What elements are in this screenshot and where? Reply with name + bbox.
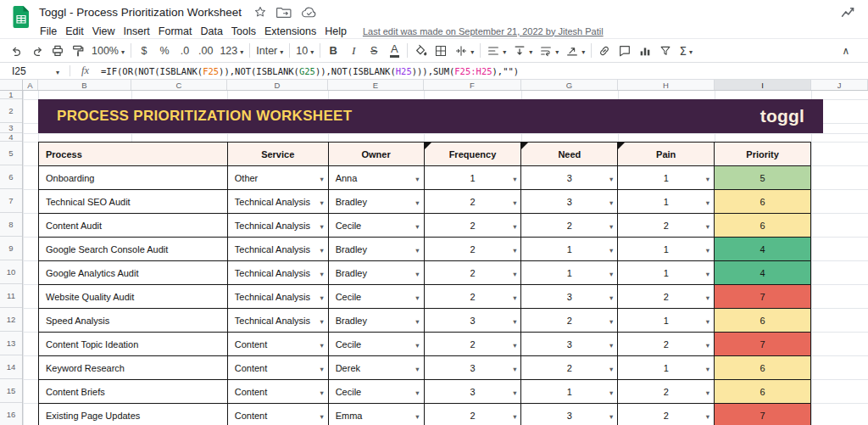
cell-service[interactable]: Content (228, 404, 329, 425)
dropdown-caret-icon[interactable] (320, 244, 323, 254)
strikethrough-button[interactable]: S (364, 41, 384, 60)
create-filter-button[interactable] (655, 41, 676, 60)
dropdown-caret-icon[interactable] (706, 268, 709, 278)
cell-priority[interactable]: 5 (715, 166, 811, 190)
cell-owner[interactable]: Bradley (329, 309, 425, 333)
dropdown-caret-icon[interactable] (609, 316, 613, 326)
cell-need[interactable]: 1 (521, 238, 618, 261)
cell-need[interactable]: 3 (521, 404, 618, 425)
column-header-E[interactable]: E (328, 80, 424, 90)
column-header-A[interactable]: A (23, 80, 38, 90)
cell-pain[interactable]: 1 (618, 309, 715, 333)
dropdown-caret-icon[interactable] (609, 339, 613, 350)
row-header-8[interactable]: 8 (0, 213, 22, 237)
cell-pain[interactable]: 2 (618, 380, 715, 404)
dropdown-caret-icon[interactable] (320, 221, 323, 231)
row-header-2[interactable]: 2 (0, 99, 22, 123)
name-box[interactable]: I25 (0, 65, 64, 77)
cell-need[interactable]: 1 (521, 261, 618, 285)
menu-file[interactable]: File (36, 25, 61, 37)
undo-button[interactable] (7, 41, 27, 60)
zoom-select[interactable]: 100% (88, 41, 128, 60)
header-priority[interactable]: Priority (715, 143, 811, 166)
column-header-F[interactable]: F (424, 80, 521, 90)
cell-frequency[interactable]: 1 (425, 166, 522, 190)
cell-pain[interactable]: 2 (618, 404, 715, 425)
cell-process[interactable]: Content Topic Ideation (39, 333, 228, 356)
last-edit-link[interactable]: Last edit was made on September 21, 2022… (363, 26, 604, 36)
dropdown-caret-icon[interactable] (415, 221, 419, 231)
dropdown-caret-icon[interactable] (320, 411, 323, 421)
dropdown-caret-icon[interactable] (415, 339, 419, 350)
cell-frequency[interactable]: 2 (425, 261, 522, 285)
row-header-7[interactable]: 7 (0, 189, 22, 213)
cell-pain[interactable]: 1 (618, 261, 715, 285)
fill-color-button[interactable] (410, 41, 431, 60)
banner-cell[interactable]: PROCESS PRIORITIZATION WORKSHEET toggl (38, 99, 823, 133)
name-box-caret-icon[interactable] (56, 65, 59, 77)
cell-process[interactable]: Content Audit (39, 214, 228, 238)
dropdown-caret-icon[interactable] (513, 316, 516, 326)
dropdown-caret-icon[interactable] (609, 363, 613, 373)
dropdown-caret-icon[interactable] (320, 339, 323, 350)
dropdown-caret-icon[interactable] (609, 292, 613, 302)
dropdown-caret-icon[interactable] (706, 316, 709, 326)
vertical-align-button[interactable] (509, 41, 536, 60)
dropdown-caret-icon[interactable] (609, 244, 613, 254)
move-folder-icon[interactable] (276, 6, 292, 19)
star-icon[interactable] (253, 5, 267, 19)
dropdown-caret-icon[interactable] (609, 268, 613, 278)
dropdown-caret-icon[interactable] (513, 173, 516, 183)
menu-data[interactable]: Data (196, 25, 226, 37)
dropdown-caret-icon[interactable] (706, 221, 709, 231)
cell-pain[interactable]: 1 (618, 190, 715, 214)
hide-toolbar-button[interactable]: ∧ (836, 41, 856, 60)
cell-frequency[interactable]: 3 (425, 356, 522, 380)
dropdown-caret-icon[interactable] (415, 173, 419, 183)
google-sheets-logo-icon[interactable] (13, 6, 30, 28)
dropdown-caret-icon[interactable] (513, 268, 516, 278)
column-header-B[interactable]: B (38, 80, 131, 90)
cell-process[interactable]: Website Quality Audit (39, 285, 228, 309)
row-header-11[interactable]: 11 (0, 284, 22, 308)
cell-process[interactable]: Google Search Console Audit (39, 238, 228, 261)
text-color-button[interactable]: A (384, 41, 404, 60)
row-header-14[interactable]: 14 (0, 355, 22, 379)
cell-service[interactable]: Technical Analysis (228, 214, 329, 238)
cell-priority[interactable]: 6 (715, 309, 811, 333)
dropdown-caret-icon[interactable] (415, 197, 419, 207)
cell-service[interactable]: Content (228, 333, 329, 356)
column-header-I[interactable]: I (715, 80, 811, 90)
row-header-10[interactable]: 10 (0, 260, 22, 284)
dropdown-caret-icon[interactable] (415, 411, 419, 421)
cell-process[interactable]: Onboarding (39, 166, 228, 190)
font-select[interactable]: Inter (253, 41, 287, 60)
dropdown-caret-icon[interactable] (415, 387, 419, 397)
dropdown-caret-icon[interactable] (415, 316, 419, 326)
line-chart-icon[interactable] (840, 4, 856, 20)
cell-need[interactable]: 2 (521, 214, 618, 238)
italic-button[interactable]: I (343, 41, 364, 60)
dropdown-caret-icon[interactable] (706, 197, 709, 207)
paint-format-button[interactable] (68, 41, 88, 60)
decrease-decimal-places-button[interactable]: .0 (175, 41, 195, 60)
horizontal-align-button[interactable] (483, 41, 509, 60)
dropdown-caret-icon[interactable] (513, 244, 516, 254)
cell-process[interactable]: Speed Analysis (39, 309, 228, 333)
borders-button[interactable] (431, 41, 451, 60)
column-header-D[interactable]: D (227, 80, 328, 90)
cell-service[interactable]: Technical Analysis (228, 238, 329, 261)
dropdown-caret-icon[interactable] (609, 221, 613, 231)
format-as-currency-button[interactable]: $ (134, 41, 154, 60)
cell-need[interactable]: 3 (521, 166, 618, 190)
cell-owner[interactable]: Anna (329, 166, 425, 190)
dropdown-caret-icon[interactable] (320, 268, 323, 278)
cell-need[interactable]: 1 (521, 380, 618, 404)
menu-edit[interactable]: Edit (61, 25, 88, 37)
document-title[interactable]: Toggl - Process Prioritization Worksheet (39, 6, 242, 19)
row-header-3[interactable]: 3 (0, 123, 22, 133)
column-header-G[interactable]: G (521, 80, 618, 90)
cell-owner[interactable]: Cecile (329, 285, 425, 309)
dropdown-caret-icon[interactable] (513, 411, 516, 421)
cell-pain[interactable]: 2 (618, 214, 715, 238)
